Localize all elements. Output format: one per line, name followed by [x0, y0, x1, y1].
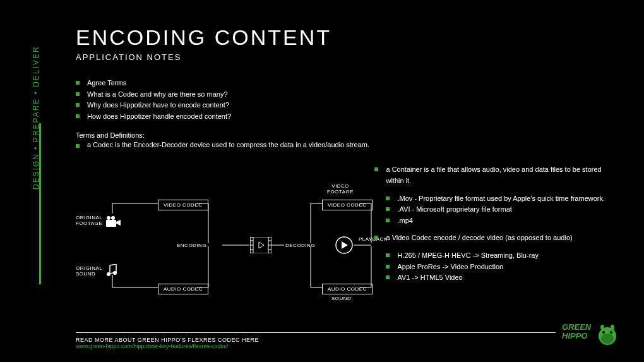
- info-container: a Container is a file that allows audio,…: [374, 164, 619, 186]
- info-container-ex: .Mov - Proprietary file format used by A…: [386, 193, 619, 205]
- svg-point-4: [113, 271, 117, 275]
- toc-list: Agree Terms What is a Codec and why are …: [76, 78, 619, 122]
- label-encoding: ENCODING: [177, 243, 206, 248]
- definitions-heading: Terms and Definitions:: [76, 131, 619, 139]
- footer-read-more: READ MORE ABOUT GREEN HIPPO'S FLEXRES CO…: [76, 337, 556, 343]
- definition-item: a Codec is the Encoder-Decoder device us…: [76, 141, 619, 148]
- footer-link[interactable]: www.green-hippo.com/hippotizer-key-featu…: [76, 343, 229, 349]
- toc-item: How does Hippotizer handle encoded conte…: [76, 111, 619, 123]
- label-original-sound: ORIGINAL SOUND: [76, 265, 104, 277]
- main-content: ORIGINAL FOOTAGE ORIGINAL SOUND VIDEO CO…: [76, 164, 619, 310]
- footer: READ MORE ABOUT GREEN HIPPO'S FLEXRES CO…: [76, 332, 556, 349]
- camera-icon: [106, 216, 121, 227]
- page-title: ENCODING CONTENT: [76, 25, 619, 50]
- footer-divider: [76, 332, 556, 333]
- toc-item: What is a Codec and why are there so man…: [76, 89, 619, 100]
- play-icon: [335, 236, 354, 255]
- label-sound: SOUND: [331, 296, 351, 301]
- info-container-ex: .mp4: [386, 215, 619, 227]
- film-icon: [250, 237, 271, 253]
- page: DESIGN • PREPARE • DELIVER ENCODING CONT…: [0, 0, 644, 362]
- svg-text:GREEN: GREEN: [562, 322, 592, 332]
- codec-diagram: ORIGINAL FOOTAGE ORIGINAL SOUND VIDEO CO…: [76, 164, 374, 310]
- definitions-list: a Codec is the Encoder-Decoder device us…: [76, 141, 619, 148]
- toc-item: Why does Hippotizer have to encode conte…: [76, 100, 619, 111]
- info-panel: a Container is a file that allows audio,…: [374, 164, 619, 310]
- svg-point-2: [111, 216, 115, 220]
- page-subtitle: APPLICATION NOTES: [76, 52, 619, 62]
- music-icon: [106, 264, 119, 277]
- box-audio-codec-left: AUDIO CODEC: [158, 284, 208, 294]
- svg-rect-0: [106, 220, 116, 227]
- box-video-codec-left: VIDEO CODEC: [158, 200, 208, 210]
- svg-point-20: [610, 331, 612, 334]
- svg-text:HIPPO: HIPPO: [562, 331, 587, 341]
- label-decoding: DECODING: [285, 243, 315, 248]
- info-video-codec: a Video Codec encode / decode video (as …: [374, 232, 619, 244]
- box-video-codec-right: VIDEO CODEC: [322, 200, 373, 210]
- side-accent-bar: [39, 123, 41, 284]
- svg-point-19: [602, 331, 605, 334]
- svg-point-1: [107, 216, 110, 220]
- svg-point-22: [611, 325, 614, 330]
- info-video-codec-ex: H.265 / MPEG-H HEVC -> Streaming, Blu-ra…: [386, 250, 619, 262]
- info-container-ex: .AVI - Microsoft proprietary file format: [386, 204, 619, 215]
- box-audio-codec-right: AUDIO CODEC: [322, 284, 373, 294]
- toc-item: Agree Terms: [76, 78, 619, 89]
- info-video-codec-ex: AV1 -> HTML5 Video: [386, 272, 619, 284]
- svg-point-3: [107, 272, 110, 276]
- green-hippo-logo: GREEN HIPPO: [562, 321, 619, 346]
- svg-point-18: [601, 334, 614, 344]
- label-original-footage: ORIGINAL FOOTAGE: [76, 215, 104, 226]
- info-video-codec-ex: Apple ProRes -> Video Production: [386, 262, 619, 273]
- label-video-footage: VIDEO FOOTAGE: [327, 183, 354, 195]
- svg-point-21: [600, 325, 604, 330]
